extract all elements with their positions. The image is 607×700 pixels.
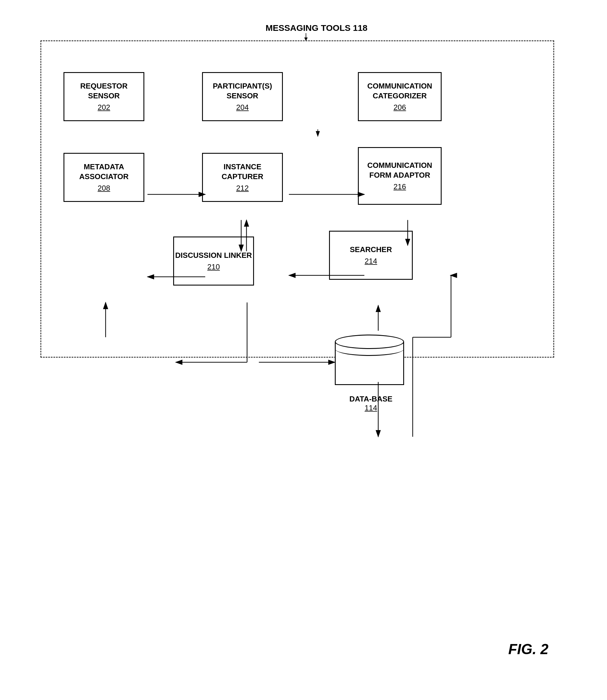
figure-label: FIG. 2 [508, 641, 548, 658]
comm-form-adaptor-box: COMMUNICATION FORM ADAPTOR 216 [358, 147, 442, 205]
instance-capturer-box: INSTANCE CAPTURER 212 [202, 153, 283, 202]
requestor-sensor-box: REQUESTOR SENSOR 202 [63, 72, 144, 121]
cylinder-top [335, 334, 404, 349]
cylinder [335, 334, 404, 392]
database-container: DATA-BASE 114 [335, 334, 407, 412]
searcher-box: SEARCHER 214 [329, 231, 413, 280]
diagram-container: MESSAGING TOOLS 118 REQUESTOR SENSOR 202… [23, 17, 583, 681]
discussion-linker-box: DISCUSSION LINKER 210 [173, 237, 254, 286]
comm-categorizer-box: COMMUNICATION CATEGORIZER 206 [358, 72, 442, 121]
metadata-associator-box: METADATA ASSOCIATOR 208 [63, 153, 144, 202]
participants-sensor-box: PARTICIPANT(S) SENSOR 204 [202, 72, 283, 121]
messaging-tools-label: MESSAGING TOOLS 118 [266, 23, 368, 33]
